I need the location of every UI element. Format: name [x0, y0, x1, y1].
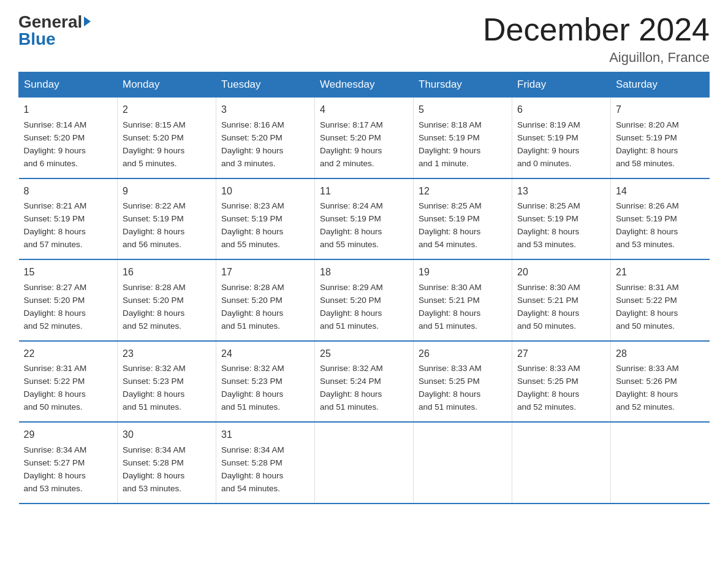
- day-info-line: Sunrise: 8:16 AM: [221, 119, 309, 132]
- calendar-cell: 22Sunrise: 8:31 AMSunset: 5:22 PMDayligh…: [19, 341, 118, 422]
- day-info-line: and 51 minutes.: [123, 401, 211, 414]
- day-info-line: and 52 minutes.: [517, 401, 605, 414]
- day-info-line: Sunrise: 8:32 AM: [221, 362, 309, 375]
- calendar-cell: [611, 422, 710, 503]
- day-info-line: Sunset: 5:21 PM: [419, 294, 507, 307]
- calendar-cell: 28Sunrise: 8:33 AMSunset: 5:26 PMDayligh…: [611, 341, 710, 422]
- calendar-cell: 29Sunrise: 8:34 AMSunset: 5:27 PMDayligh…: [19, 422, 118, 503]
- day-info-line: Sunrise: 8:26 AM: [616, 200, 705, 213]
- header-cell-saturday: Saturday: [611, 72, 710, 98]
- day-info-line: and 55 minutes.: [221, 239, 309, 251]
- day-info-line: Sunrise: 8:34 AM: [221, 444, 309, 457]
- day-number: 19: [419, 265, 507, 280]
- day-info-line: Daylight: 8 hours: [517, 388, 605, 401]
- day-info-line: and 51 minutes.: [320, 320, 408, 333]
- day-info-line: and 52 minutes.: [24, 320, 113, 333]
- logo: General Blue: [18, 12, 91, 49]
- day-info-line: Sunset: 5:20 PM: [24, 294, 113, 307]
- day-number: 6: [517, 102, 605, 118]
- week-row-5: 29Sunrise: 8:34 AMSunset: 5:27 PMDayligh…: [19, 422, 710, 503]
- day-info-line: Daylight: 8 hours: [320, 307, 408, 320]
- day-info-line: Sunrise: 8:22 AM: [123, 200, 211, 213]
- day-info-line: and 50 minutes.: [517, 320, 605, 333]
- day-number: 30: [123, 427, 211, 443]
- day-info-line: Sunset: 5:20 PM: [221, 294, 309, 307]
- day-number: 9: [123, 184, 211, 199]
- header-cell-wednesday: Wednesday: [315, 72, 414, 98]
- header-cell-thursday: Thursday: [414, 72, 512, 98]
- day-info-line: Sunset: 5:22 PM: [24, 375, 113, 388]
- day-number: 22: [24, 347, 113, 362]
- day-info-line: Sunrise: 8:31 AM: [616, 282, 705, 294]
- day-info-line: Sunset: 5:20 PM: [123, 132, 211, 145]
- week-row-3: 15Sunrise: 8:27 AMSunset: 5:20 PMDayligh…: [19, 259, 710, 340]
- day-info-line: Daylight: 8 hours: [616, 388, 705, 401]
- day-number: 12: [419, 184, 507, 199]
- day-info-line: Daylight: 8 hours: [517, 307, 605, 320]
- day-info-line: Daylight: 8 hours: [419, 226, 507, 239]
- day-info-line: Daylight: 8 hours: [616, 145, 705, 158]
- day-info-line: Sunrise: 8:29 AM: [320, 282, 408, 294]
- calendar-cell: 15Sunrise: 8:27 AMSunset: 5:20 PMDayligh…: [19, 259, 118, 340]
- calendar-cell: 18Sunrise: 8:29 AMSunset: 5:20 PMDayligh…: [315, 259, 414, 340]
- day-info-line: Sunrise: 8:32 AM: [320, 362, 408, 375]
- day-number: 25: [320, 347, 408, 362]
- week-row-2: 8Sunrise: 8:21 AMSunset: 5:19 PMDaylight…: [19, 178, 710, 259]
- header-cell-sunday: Sunday: [19, 72, 118, 98]
- day-info-line: Sunset: 5:23 PM: [123, 375, 211, 388]
- day-info-line: Daylight: 8 hours: [616, 226, 705, 239]
- day-info-line: Daylight: 9 hours: [24, 145, 113, 158]
- calendar-cell: [315, 422, 414, 503]
- calendar-cell: 4Sunrise: 8:17 AMSunset: 5:20 PMDaylight…: [315, 98, 414, 178]
- day-info-line: Sunset: 5:19 PM: [616, 213, 705, 226]
- day-info-line: Daylight: 8 hours: [320, 226, 408, 239]
- day-info-line: Sunrise: 8:33 AM: [517, 362, 605, 375]
- day-info-line: Sunrise: 8:31 AM: [24, 362, 113, 375]
- header-row: SundayMondayTuesdayWednesdayThursdayFrid…: [19, 72, 710, 98]
- day-info-line: Sunrise: 8:28 AM: [123, 282, 211, 294]
- day-info-line: Sunrise: 8:19 AM: [517, 119, 605, 132]
- calendar-cell: 6Sunrise: 8:19 AMSunset: 5:19 PMDaylight…: [512, 98, 611, 178]
- title-block: December 2024 Aiguillon, France: [483, 12, 710, 66]
- day-info-line: Sunset: 5:22 PM: [616, 294, 705, 307]
- day-info-line: Sunset: 5:28 PM: [123, 457, 211, 470]
- day-info-line: and 51 minutes.: [419, 320, 507, 333]
- day-number: 15: [24, 265, 113, 280]
- day-number: 20: [517, 265, 605, 280]
- day-info-line: and 51 minutes.: [320, 401, 408, 414]
- day-number: 14: [616, 184, 705, 199]
- day-info-line: Sunset: 5:24 PM: [320, 375, 408, 388]
- day-info-line: Sunset: 5:23 PM: [221, 375, 309, 388]
- day-info-line: and 53 minutes.: [123, 483, 211, 496]
- day-info-line: Sunset: 5:19 PM: [517, 132, 605, 145]
- header-cell-monday: Monday: [118, 72, 216, 98]
- day-info-line: and 51 minutes.: [221, 401, 309, 414]
- day-number: 5: [419, 102, 507, 118]
- day-info-line: and 52 minutes.: [616, 401, 705, 414]
- day-number: 17: [221, 265, 309, 280]
- day-number: 29: [24, 427, 113, 443]
- day-number: 28: [616, 347, 705, 362]
- day-info-line: and 5 minutes.: [123, 158, 211, 170]
- day-number: 24: [221, 347, 309, 362]
- day-info-line: Daylight: 8 hours: [123, 470, 211, 483]
- day-info-line: Daylight: 8 hours: [123, 226, 211, 239]
- day-info-line: Sunset: 5:20 PM: [123, 294, 211, 307]
- header-cell-tuesday: Tuesday: [216, 72, 315, 98]
- day-info-line: Daylight: 8 hours: [24, 388, 113, 401]
- day-number: 11: [320, 184, 408, 199]
- day-number: 8: [24, 184, 113, 199]
- calendar-cell: 21Sunrise: 8:31 AMSunset: 5:22 PMDayligh…: [611, 259, 710, 340]
- day-info-line: Sunrise: 8:23 AM: [221, 200, 309, 213]
- day-info-line: and 53 minutes.: [517, 239, 605, 251]
- day-info-line: and 55 minutes.: [320, 239, 408, 251]
- day-info-line: and 0 minutes.: [517, 158, 605, 170]
- day-info-line: Daylight: 8 hours: [221, 388, 309, 401]
- day-info-line: Daylight: 9 hours: [517, 145, 605, 158]
- day-info-line: Daylight: 8 hours: [24, 470, 113, 483]
- day-info-line: Daylight: 8 hours: [221, 307, 309, 320]
- calendar-cell: 13Sunrise: 8:25 AMSunset: 5:19 PMDayligh…: [512, 178, 611, 259]
- day-info-line: and 54 minutes.: [221, 483, 309, 496]
- day-info-line: Daylight: 8 hours: [517, 226, 605, 239]
- day-number: 31: [221, 427, 309, 443]
